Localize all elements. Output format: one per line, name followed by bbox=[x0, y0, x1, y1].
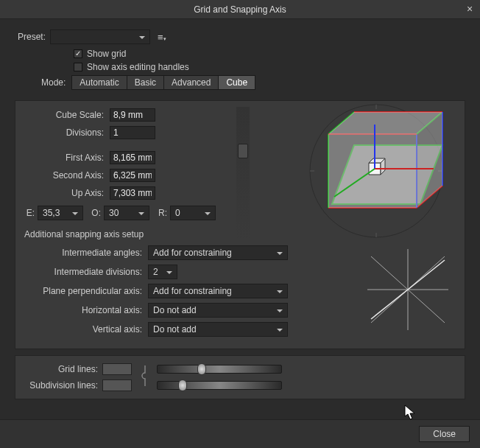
vertical-scroll-strip[interactable] bbox=[236, 107, 250, 239]
plane-perp-select[interactable]: Add for constraining bbox=[148, 284, 288, 298]
mode-cube[interactable]: Cube bbox=[219, 75, 255, 90]
second-axis-input[interactable] bbox=[110, 169, 155, 182]
cube-preview[interactable] bbox=[288, 101, 465, 241]
close-icon[interactable]: × bbox=[464, 3, 476, 15]
up-axis-input[interactable] bbox=[110, 186, 155, 200]
show-grid-label: Show grid bbox=[87, 49, 126, 59]
cursor-icon bbox=[404, 405, 417, 421]
grid-lines-color[interactable] bbox=[102, 363, 132, 375]
horizontal-axis-label: Horizontal axis: bbox=[24, 305, 142, 315]
r-label: R: bbox=[157, 208, 167, 218]
snap-diagram bbox=[360, 245, 456, 334]
mode-label: Mode: bbox=[41, 77, 66, 88]
mode-basic[interactable]: Basic bbox=[127, 75, 164, 90]
mode-automatic[interactable]: Automatic bbox=[71, 75, 127, 90]
divisions-label: Divisions: bbox=[24, 127, 104, 138]
mode-segmented: Automatic Basic Advanced Cube bbox=[71, 75, 255, 90]
horizontal-axis-select[interactable]: Do not add bbox=[148, 303, 288, 318]
show-grid-checkbox[interactable] bbox=[74, 49, 82, 58]
main-panel: Cube Scale: Divisions: First Axis: Secon… bbox=[15, 100, 465, 349]
subdivision-lines-slider[interactable] bbox=[157, 381, 282, 390]
preset-menu-icon[interactable]: ≡▾ bbox=[158, 32, 168, 42]
grid-lines-slider[interactable] bbox=[157, 365, 282, 374]
intermediate-divisions-label: Intermediate divisions: bbox=[24, 267, 142, 277]
titlebar: Grid and Snapping Axis × bbox=[0, 0, 480, 19]
subdivision-lines-thumb[interactable] bbox=[178, 379, 187, 391]
mode-advanced[interactable]: Advanced bbox=[164, 75, 219, 90]
first-axis-label: First Axis: bbox=[24, 153, 104, 163]
link-icon[interactable] bbox=[141, 366, 149, 388]
plane-perp-label: Plane perpendicular axis: bbox=[24, 286, 142, 296]
lines-panel: Grid lines: Subdivision lines: bbox=[15, 355, 465, 399]
o-select[interactable]: 30 bbox=[104, 206, 149, 220]
subdivision-lines-label: Subdivision lines: bbox=[24, 380, 98, 391]
first-axis-input[interactable] bbox=[110, 151, 155, 164]
o-label: O: bbox=[91, 208, 101, 218]
up-axis-label: Up Axis: bbox=[24, 188, 104, 198]
e-label: E: bbox=[24, 208, 35, 218]
cube-scale-label: Cube Scale: bbox=[24, 110, 104, 120]
grid-lines-label: Grid lines: bbox=[24, 364, 98, 374]
preset-select[interactable] bbox=[50, 29, 150, 44]
intermediate-angles-select[interactable]: Add for constraining bbox=[148, 245, 288, 260]
e-select[interactable]: 35,3 bbox=[38, 206, 83, 220]
r-select[interactable]: 0 bbox=[170, 206, 216, 220]
intermediate-divisions-select[interactable]: 2 bbox=[148, 265, 177, 279]
close-button[interactable]: Close bbox=[419, 426, 470, 442]
footer: Close bbox=[0, 419, 480, 448]
subdivision-lines-color[interactable] bbox=[102, 379, 132, 391]
show-axis-handles-checkbox[interactable] bbox=[74, 63, 82, 71]
window-title: Grid and Snapping Axis bbox=[194, 4, 286, 15]
show-axis-handles-label: Show axis editing handles bbox=[87, 62, 189, 72]
grid-lines-thumb[interactable] bbox=[197, 363, 206, 375]
preset-label: Preset: bbox=[15, 32, 46, 42]
vertical-scroll-thumb[interactable] bbox=[238, 144, 248, 158]
second-axis-label: Second Axis: bbox=[24, 170, 104, 181]
cube-scale-input[interactable] bbox=[110, 108, 155, 122]
intermediate-angles-label: Intermediate angles: bbox=[24, 248, 142, 258]
vertical-axis-select[interactable]: Do not add bbox=[148, 322, 288, 337]
vertical-axis-label: Vertical axis: bbox=[24, 324, 142, 335]
divisions-input[interactable] bbox=[110, 126, 155, 139]
